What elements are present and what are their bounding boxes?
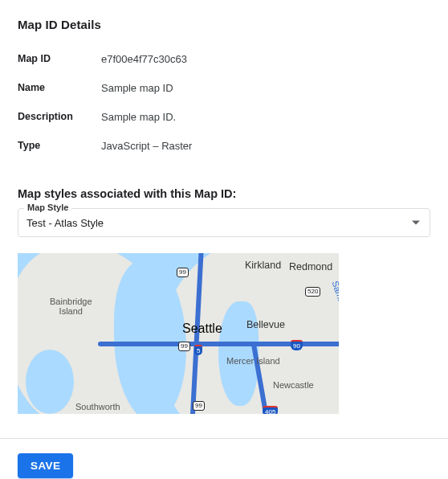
map-style-select[interactable]: Test - Atlas Style [18, 208, 430, 237]
detail-value: Sample map ID [101, 73, 430, 102]
hwy-shield-i405-icon: 405 [263, 406, 278, 414]
map-water [26, 350, 74, 414]
detail-row-mapid: Map ID e7f00e4f77c30c63 [18, 44, 430, 73]
detail-row-name: Name Sample map ID [18, 73, 430, 102]
map-preview[interactable]: Seattle Bellevue Kirkland Redmond Bainbr… [18, 253, 339, 414]
map-label-bellevue: Bellevue [246, 319, 285, 330]
detail-value: e7f00e4f77c30c63 [101, 44, 430, 73]
details-table: Map ID e7f00e4f77c30c63 Name Sample map … [18, 44, 430, 160]
map-label-redmond: Redmond [289, 261, 332, 272]
chevron-down-icon [412, 221, 420, 225]
detail-row-description: Description Sample map ID. [18, 102, 430, 131]
map-label-seattle: Seattle [182, 321, 222, 336]
associated-heading: Map styles associated with this Map ID: [18, 187, 430, 200]
detail-label: Type [18, 131, 101, 160]
map-style-select-label: Map Style [24, 203, 71, 212]
detail-value: Sample map ID. [101, 102, 430, 131]
map-label-kirkland: Kirkland [245, 260, 281, 271]
hwy-shield-i5-icon: 5 [194, 345, 202, 355]
hwy-shield-sr99-icon: 99 [177, 268, 189, 277]
map-label-mercer: Mercer Island [226, 356, 280, 366]
save-button[interactable]: SAVE [18, 453, 73, 478]
detail-label: Description [18, 102, 101, 131]
map-label-southworth: Southworth [75, 402, 120, 411]
map-label-newcastle: Newcastle [273, 380, 314, 390]
hwy-shield-sr99-icon: 99 [193, 401, 205, 411]
map-style-selected-value: Test - Atlas Style [26, 217, 104, 229]
detail-row-type: Type JavaScript – Raster [18, 131, 430, 160]
detail-label: Map ID [18, 44, 101, 73]
hwy-shield-sr99-icon: 99 [178, 342, 190, 351]
hwy-shield-i90-icon: 90 [291, 340, 303, 350]
detail-value: JavaScript – Raster [101, 131, 430, 160]
footer-bar: SAVE [0, 438, 448, 479]
map-road [98, 342, 339, 346]
hwy-shield-sr520-icon: 520 [305, 287, 320, 297]
detail-label: Name [18, 73, 101, 102]
page-title: Map ID Details [18, 18, 430, 31]
map-style-select-wrap: Map Style Test - Atlas Style [18, 208, 430, 237]
map-water [114, 261, 186, 414]
map-label-bainbridge: Bainbridge Island [50, 297, 92, 316]
